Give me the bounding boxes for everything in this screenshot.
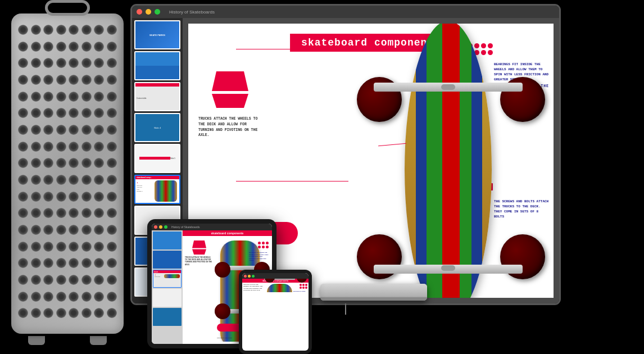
grater-hole — [18, 58, 28, 68]
grater-hole — [107, 192, 117, 202]
grater-hole — [94, 75, 104, 85]
grater-hole — [18, 292, 28, 302]
grater-hole — [94, 242, 104, 252]
grater-hole — [18, 175, 28, 185]
grater-hole — [56, 142, 66, 152]
grater-hole — [69, 258, 79, 268]
grater-hole — [43, 58, 53, 68]
fullscreen-button[interactable] — [155, 9, 160, 15]
grater-hole — [69, 225, 79, 235]
trucks-text: TRUCKS ATTACH THE WHEELS TO THE DECK AND… — [198, 116, 263, 138]
iphone-trucks-text: TRUCKS ATTACH THE WHEELS TO THE DECK AND… — [243, 284, 263, 291]
ipad-thumb-5[interactable] — [153, 308, 182, 326]
grater-hole — [56, 42, 66, 52]
grater-hole — [31, 192, 41, 202]
grater-hole — [107, 25, 117, 35]
grater-hole — [81, 75, 92, 85]
grater-hole — [31, 25, 41, 35]
grater-hole — [69, 208, 79, 218]
grater-hole — [107, 142, 117, 152]
grater-hole — [81, 158, 92, 168]
slide-thumb-4[interactable]: Slide 4 — [134, 113, 180, 142]
ipad-thumb-3-active[interactable]: skate... ▲ TRUCKS — [153, 270, 182, 288]
grater-hole — [18, 275, 28, 285]
grater-hole — [18, 92, 28, 102]
ipad-thumb-1[interactable] — [153, 232, 182, 249]
ipad-deck-text: THE DECK AND FORM — [217, 337, 232, 339]
grater-hole — [81, 92, 92, 102]
mac-pro-feet — [28, 336, 107, 345]
grater-hole — [69, 125, 79, 135]
grater-hole — [107, 158, 117, 168]
slide-thumb-6-active[interactable]: skateboard comp... ▲ TRUCKSATTACHTHEWHEE… — [134, 175, 180, 204]
grater-hole — [69, 308, 79, 318]
ipad-slide-panel[interactable]: skate... ▲ TRUCKS — [152, 230, 183, 344]
grater-hole — [107, 42, 117, 52]
grater-hole — [107, 92, 117, 102]
grater-hole — [18, 192, 28, 202]
grater-hole — [56, 75, 66, 85]
grater-hole — [69, 25, 79, 35]
grater-hole — [69, 158, 79, 168]
grater-hole — [18, 208, 28, 218]
svg-marker-3 — [192, 249, 206, 255]
slide-thumb-5[interactable]: Slide 5 — [134, 144, 180, 173]
grater-hole — [31, 142, 41, 152]
grater-hole — [94, 58, 104, 68]
grater-hole — [94, 275, 104, 285]
grater-hole — [94, 225, 104, 235]
grater-hole — [43, 225, 53, 235]
grater-hole — [31, 42, 41, 52]
grater-hole — [107, 275, 117, 285]
grater-hole — [94, 308, 104, 318]
grater-hole — [56, 292, 66, 302]
grater-hole — [31, 58, 41, 68]
svg-marker-1 — [212, 94, 248, 108]
mac-pro — [6, 0, 129, 348]
close-button[interactable] — [137, 9, 142, 15]
grater-hole — [18, 308, 28, 318]
grater-hole — [43, 42, 53, 52]
grater-hole — [94, 42, 104, 52]
grater-hole — [94, 25, 104, 35]
grater-hole — [69, 242, 79, 252]
grater-hole — [31, 208, 41, 218]
grater-hole — [43, 108, 53, 118]
slide-thumb-1[interactable]: SKATE PARKS — [134, 20, 180, 49]
grater-hole — [31, 308, 41, 318]
grater-hole — [107, 75, 117, 85]
grater-hole — [107, 292, 117, 302]
grater-hole — [81, 192, 92, 202]
iphone[interactable]: skateboard components TRUCKS ATTACH THE … — [239, 270, 312, 354]
grater-hole — [31, 158, 41, 168]
grater-hole — [56, 208, 66, 218]
mac-mini — [320, 284, 427, 301]
iphone-bearings-text: BEARINGS FIT INSIDE THE WHEELS AND ALLOW… — [293, 291, 307, 292]
grater-hole — [81, 308, 92, 318]
ipad-thumb-4[interactable] — [153, 289, 182, 307]
grater-hole — [69, 42, 79, 52]
mac-mini-front — [320, 297, 427, 301]
grater-hole — [56, 308, 66, 318]
grater-hole — [94, 192, 104, 202]
grater-hole — [69, 75, 79, 85]
grater-hole — [18, 242, 28, 252]
grater-hole — [94, 142, 104, 152]
grater-hole — [107, 225, 117, 235]
slide-thumb-2[interactable] — [134, 51, 180, 80]
grater-hole — [31, 258, 41, 268]
grater-hole — [81, 208, 92, 218]
grater-hole — [56, 25, 66, 35]
grater-hole — [43, 175, 53, 185]
grater-hole — [81, 258, 92, 268]
svg-marker-2 — [192, 240, 206, 248]
grater-hole — [81, 292, 92, 302]
grater-hole — [18, 42, 28, 52]
grater-hole — [69, 192, 79, 202]
ipad-thumb-2[interactable] — [153, 251, 182, 269]
trucks-diagram — [212, 71, 248, 111]
slide-thumb-3[interactable]: Content slide — [134, 82, 180, 111]
iphone-content: skateboard components TRUCKS ATTACH THE … — [242, 279, 309, 292]
app-title: History of Skateboards — [169, 10, 215, 15]
minimize-button[interactable] — [146, 9, 151, 15]
